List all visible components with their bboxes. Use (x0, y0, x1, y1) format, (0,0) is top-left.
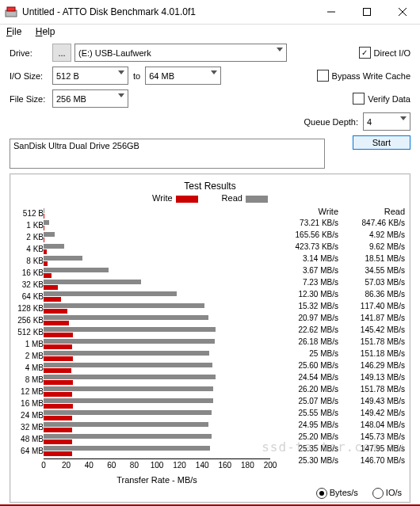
filesize-label: File Size: (10, 94, 52, 104)
iosize-from-select[interactable]: 512 B (52, 67, 128, 85)
value-row: 22.62 MB/s145.42 MB/s (270, 324, 408, 336)
bar-row (44, 279, 270, 291)
value-row: 25.30 MB/s146.70 MB/s (270, 455, 408, 466)
chevron-down-icon (118, 70, 124, 74)
bar-row (44, 314, 270, 326)
bar-row (44, 350, 270, 362)
value-row: 26.18 MB/s151.78 MB/s (270, 336, 408, 348)
chart-legend: Write Read (12, 193, 408, 203)
bar-row (44, 267, 270, 279)
value-row: 165.56 KB/s4.92 MB/s (270, 229, 408, 241)
bar-row (44, 207, 270, 219)
browse-button[interactable]: ... (52, 44, 71, 62)
svg-rect-1 (7, 7, 15, 11)
value-row: 25.07 MB/s149.43 MB/s (270, 395, 408, 407)
value-row: 25.55 MB/s149.42 MB/s (270, 407, 408, 419)
bar-row (44, 374, 270, 386)
value-row: 25.35 MB/s147.95 MB/s (270, 443, 408, 455)
unit-bytes-radio[interactable]: Bytes/s (316, 488, 358, 499)
value-row: 25.60 MB/s146.29 MB/s (270, 360, 408, 371)
bar-row (44, 291, 270, 302)
bar-row (44, 219, 270, 231)
bar-row (44, 421, 270, 433)
results-title: Test Results (12, 181, 408, 192)
write-swatch (176, 196, 198, 203)
value-row: 7.23 MB/s57.03 MB/s (270, 276, 408, 288)
bar-row (44, 302, 270, 314)
drive-label: Drive: (10, 48, 52, 58)
device-item[interactable]: SanDisk Ultra Dual Drive 256GB (13, 141, 321, 150)
chart-bars: 020406080100120140160180200 Transfer Rat… (44, 206, 270, 485)
bar-row (44, 409, 270, 421)
bar-row (44, 433, 270, 445)
bar-row (44, 445, 270, 457)
chevron-down-icon (277, 48, 283, 51)
value-row: 3.14 MB/s18.51 MB/s (270, 253, 408, 264)
direct-io-label: Direct I/O (374, 48, 410, 58)
bar-row (44, 398, 270, 409)
value-row: 26.20 MB/s151.78 MB/s (270, 383, 408, 395)
chevron-down-icon (118, 93, 124, 97)
value-row: 25 MB/s151.18 MB/s (270, 348, 408, 360)
bypass-checkbox[interactable] (317, 70, 329, 82)
chevron-down-icon (400, 116, 407, 120)
bypass-label: Bypass Write Cache (332, 71, 410, 81)
app-icon (5, 6, 17, 18)
read-swatch (246, 196, 268, 203)
menu-file[interactable]: File (6, 26, 21, 37)
value-row: 15.32 MB/s117.40 MB/s (270, 300, 408, 312)
value-row: 73.21 KB/s847.46 KB/s (270, 217, 408, 229)
value-row: 20.97 MB/s141.87 MB/s (270, 312, 408, 324)
verify-checkbox[interactable] (353, 93, 365, 105)
iosize-label: I/O Size: (10, 71, 52, 81)
bar-row (44, 231, 270, 243)
title-bar: Untitled - ATTO Disk Benchmark 4.01.0f1 (0, 0, 420, 25)
bar-row (44, 362, 270, 374)
chevron-down-icon (211, 70, 217, 74)
to-label: to (133, 71, 140, 81)
chart-x-label: Transfer Rate - MB/s (44, 475, 270, 485)
bar-row (44, 326, 270, 338)
menu-bar: File Help (0, 25, 420, 39)
value-row: 3.67 MB/s34.55 MB/s (270, 264, 408, 276)
filesize-select[interactable]: 256 MB (52, 89, 128, 108)
queue-label: Queue Depth: (304, 117, 359, 127)
value-row: 12.30 MB/s86.36 MB/s (270, 288, 408, 300)
queue-select[interactable]: 4 (363, 112, 410, 131)
direct-io-checkbox[interactable]: ✓ (359, 47, 371, 59)
value-row: 25.20 MB/s145.73 MB/s (270, 431, 408, 443)
svg-rect-3 (363, 9, 370, 16)
results-panel: Test Results Write Read 512 B1 KB2 KB4 K… (10, 173, 410, 503)
chart-y-labels: 512 B1 KB2 KB4 KB8 KB16 KB32 KB64 KB128 … (12, 206, 44, 485)
bar-row (44, 338, 270, 350)
value-row: 24.54 MB/s149.13 MB/s (270, 371, 408, 383)
device-list[interactable]: SanDisk Ultra Dual Drive 256GB (10, 139, 325, 169)
chart-x-axis: 020406080100120140160180200 (44, 458, 270, 474)
unit-ios-radio[interactable]: IO/s (372, 488, 402, 499)
window-title: Untitled - ATTO Disk Benchmark 4.01.0f1 (22, 6, 313, 17)
bar-row (44, 243, 270, 255)
value-row: 24.95 MB/s148.04 MB/s (270, 419, 408, 431)
drive-select[interactable]: (E:) USB-Laufwerk (74, 44, 287, 62)
iosize-to-select[interactable]: 64 MB (145, 67, 221, 85)
value-row: 423.73 KB/s9.62 MB/s (270, 241, 408, 253)
bar-row (44, 255, 270, 267)
verify-label: Verify Data (368, 94, 410, 104)
start-button[interactable]: Start (353, 135, 410, 150)
bar-row (44, 386, 270, 398)
maximize-button[interactable] (349, 0, 384, 24)
minimize-button[interactable] (313, 0, 349, 24)
results-table: WriteRead 73.21 KB/s847.46 KB/s165.56 KB… (270, 206, 408, 485)
menu-help[interactable]: Help (36, 26, 55, 37)
close-button[interactable] (384, 0, 420, 24)
